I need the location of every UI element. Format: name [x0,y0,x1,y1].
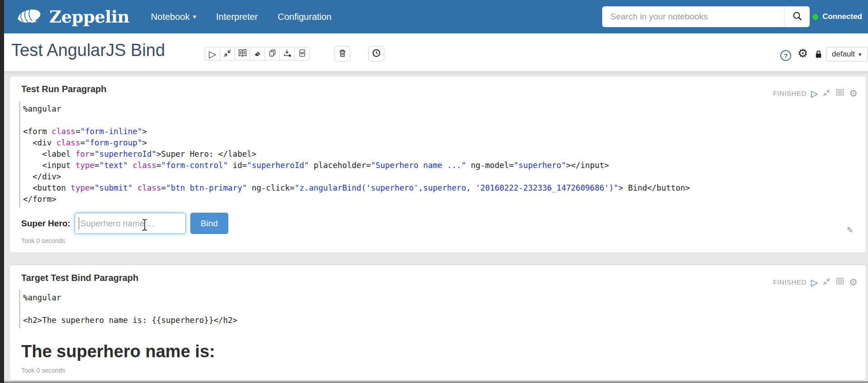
interpreter-binding-button[interactable]: default ▾ [826,47,868,61]
paragraph-controls: FINISHED ▷ ⚙ [773,88,858,98]
toggle-editor-button[interactable] [835,88,844,98]
zeppelin-logo-text: Zeppelin [49,7,129,27]
status-dot [812,14,818,20]
download-icon [283,49,292,59]
gear-icon: ⚙ [849,89,858,98]
run-all-paragraphs-button[interactable]: ▷ [205,47,220,61]
connection-status-label: Connected [822,12,862,21]
paragraph-title[interactable]: Target Test Bind Paragraph [21,265,859,283]
remove-note-button[interactable] [335,46,350,61]
trash-icon [338,48,347,59]
run-scheduler-button[interactable] [368,46,384,61]
notebook-search [602,6,810,27]
text-caret [79,217,79,229]
nav-item-interpreter[interactable]: Interpreter [216,12,258,22]
search-icon [792,11,803,23]
clone-note-button[interactable] [264,47,280,61]
code-file-icon [298,49,307,59]
note-settings-button[interactable]: ⚙ [797,47,808,59]
navbar-menu: Notebook ▾ Interpreter Configuration [151,12,331,22]
play-icon: ▷ [811,89,818,98]
superhero-input[interactable] [75,213,186,234]
superhero-label: Super Hero: [21,219,71,229]
export-note-button[interactable] [279,47,295,61]
status-badge: FINISHED [773,89,807,97]
bind-button[interactable]: Bind [190,213,228,234]
output-heading: The superhero name is: [21,342,859,361]
chevron-down-icon: ▾ [859,51,862,58]
paragraph-settings-button[interactable]: ⚙ [849,277,858,287]
collapse-editors-button[interactable] [220,47,235,61]
paragraph-controls: FINISHED ▷ ⚙ [773,277,858,287]
book-icon [835,277,844,287]
note-toolbar: ▷ [205,47,310,61]
search-input[interactable] [602,6,784,27]
note-title[interactable]: Test AngularJS Bind [11,41,165,60]
search-button[interactable] [784,6,810,27]
clock-icon [372,48,381,59]
lock-icon [813,54,824,61]
play-icon: ▷ [209,49,216,59]
show-hide-output-button[interactable] [235,47,250,61]
zeppelin-logo[interactable]: Zeppelin [16,5,129,28]
collapse-paragraph-button[interactable] [822,277,831,287]
edit-pencil-icon[interactable]: ✎ [847,225,853,235]
nav-item-notebook[interactable]: Notebook ▾ [151,12,196,22]
paragraph-card-1: Test Run Paragraph FINISHED ▷ [9,76,866,253]
angular-form: Super Hero: Bind [21,213,859,234]
screen-bottom-edge [4,381,868,383]
book-icon [238,48,247,59]
execution-time: Took 0 seconds [21,367,859,374]
toggle-editor-button[interactable] [835,277,844,287]
version-control-button[interactable] [294,47,310,61]
code-editor[interactable]: %angular <h2>The superhero name is: {{su… [19,290,859,328]
paragraph-title[interactable]: Test Run Paragraph [21,76,859,94]
clear-output-button[interactable] [250,47,265,61]
code-editor[interactable]: %angular <form class="form-inline"> <div… [19,101,859,207]
top-navbar: Zeppelin Notebook ▾ Interpreter Configur… [4,0,868,33]
paragraph-settings-button[interactable]: ⚙ [849,89,858,98]
collapse-paragraph-button[interactable] [822,89,831,98]
eraser-icon [253,49,262,59]
zeppelin-logo-icon [16,5,44,28]
status-badge: FINISHED [773,278,807,286]
run-paragraph-button[interactable]: ▷ [811,278,818,287]
paragraph-card-2: Target Test Bind Paragraph FINISHED ▷ [9,265,866,380]
execution-time: Took 0 seconds [21,237,859,244]
book-icon [835,88,844,98]
nav-item-configuration[interactable]: Configuration [278,12,331,22]
chevron-down-icon: ▾ [193,13,196,21]
permissions-button[interactable] [813,49,824,61]
shrink-icon [822,89,831,98]
clone-icon [268,49,277,59]
note-header: Test AngularJS Bind ▷ [4,33,868,72]
screen-left-edge [0,0,4,383]
shrink-icon [223,49,232,59]
version-label: default [832,50,855,59]
play-icon: ▷ [811,277,818,287]
gear-icon: ⚙ [797,47,808,60]
shrink-icon [822,277,831,287]
run-paragraph-button[interactable]: ▷ [811,89,818,98]
connection-status: Connected [812,0,862,33]
help-icon: ? [783,52,788,60]
gear-icon: ⚙ [849,277,858,287]
help-button[interactable]: ? [780,50,791,61]
